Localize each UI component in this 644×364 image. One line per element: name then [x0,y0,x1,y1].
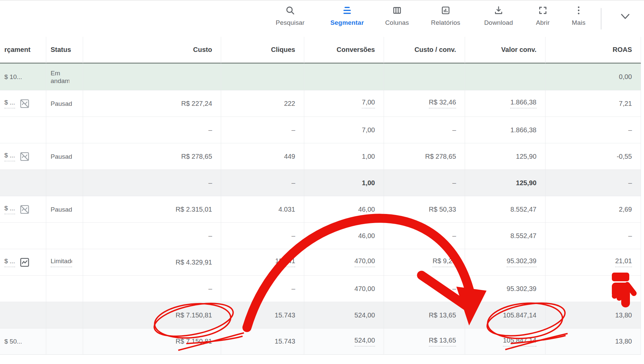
google-ads-campaign-table-screen: PesquisarSegmentarColunasRelatóriosDownl… [0,0,644,364]
table-toolbar: PesquisarSegmentarColunasRelatóriosDownl… [0,1,644,37]
column-header-roas[interactable]: ROAS [545,37,641,64]
toolbar-item-segmentar[interactable]: Segmentar [322,5,372,35]
cell-valor_conv: 8.552,47 [465,196,545,222]
cell-cliques: – [221,117,304,143]
column-header-valor_conv[interactable]: Valor conv. [465,37,545,64]
collapse-table-button[interactable] [616,9,635,25]
cell-custo: R$ 4.329,91 [83,249,221,275]
status-value: andamento [51,77,69,85]
metric-value-custo_conv[interactable]: R$ 13,65 [429,337,456,347]
cell-custo_conv: – [384,117,465,143]
metric-value-cliques: – [292,232,295,240]
cell-status [46,117,83,143]
chart-disabled-icon[interactable] [19,151,30,162]
cell-roas: 13,80 [545,328,641,355]
budget-value[interactable]: $ 10... [4,73,22,81]
toolbar-item-label: Relatórios [431,19,460,26]
cell-conversoes: 1,00 [304,169,384,196]
cell-cliques: – [221,275,304,302]
status-value: Em [51,69,60,77]
metric-value-custo_conv: R$ 13,65 [429,311,456,319]
metric-value-roas: – [628,232,632,240]
cell-roas: 21,01 [545,249,641,275]
cell-orcamento[interactable]: $ ... [0,196,46,222]
metric-value-conversoes: 1,00 [362,153,375,160]
metric-value-custo: – [208,179,212,187]
budget-value[interactable]: $ ... [4,205,15,214]
cell-status[interactable]: Limitado [46,249,83,275]
cell-roas: 2,69 [545,196,641,222]
metric-value-cliques: 15.743 [275,338,295,345]
chart-disabled-icon[interactable] [19,98,30,109]
cell-status[interactable]: Pausada [46,196,83,222]
metric-value-valor_conv[interactable]: 95.302,39 [507,257,536,267]
metric-value-custo_conv[interactable]: R$ 32,46 [429,98,456,108]
cell-status [46,328,83,355]
metric-value-roas[interactable]: 21,01 [615,257,632,267]
metric-value-conversoes: 1,00 [362,179,375,187]
cell-conversoes: 7,00 [304,90,384,117]
cell-status[interactable]: Emandamento [46,64,83,90]
column-header-label: Valor conv. [501,46,536,54]
cell-cliques: – [221,222,304,249]
budget-value[interactable]: $ ... [4,99,15,108]
metric-value-valor_conv[interactable]: 1.866,38 [510,98,536,108]
column-header-custo_conv[interactable]: Custo / conv. [384,37,465,64]
download-icon [493,5,504,16]
metric-value-conversoes: 470,00 [355,285,375,293]
metric-value-conversoes[interactable]: 524,00 [355,337,375,347]
metric-value-custo: R$ 7.150,81 [176,338,212,345]
cell-orcamento[interactable]: $ 10... [0,64,46,90]
column-header-orcamento[interactable]: rçamento [0,37,46,64]
cell-orcamento[interactable]: $ 50... [0,328,46,355]
cell-orcamento[interactable]: $ ... [0,143,46,169]
metric-value-conversoes[interactable]: 7,00 [362,98,375,108]
budget-value[interactable]: $ ... [4,152,15,161]
cell-orcamento [0,169,46,196]
column-header-label: Conversões [337,46,375,54]
column-header-label: Custo [193,46,212,54]
cell-orcamento[interactable]: $ ... [0,249,46,275]
search-icon [284,5,296,16]
toolbar-item-label: Segmentar [330,19,364,26]
toolbar-item-label: Colunas [385,19,409,26]
metric-value-roas: 2,69 [619,206,632,213]
budget-value[interactable]: $ 50... [4,338,22,345]
metric-value-cliques[interactable]: 11.041 [275,257,295,267]
cell-custo_conv: R$ 9,21 [384,249,465,275]
metric-value-valor_conv[interactable]: 105.847,14 [503,337,536,347]
cell-custo_conv: R$ 50,33 [384,196,465,222]
toolbar-item-relatorios[interactable]: Relatórios [421,5,471,35]
cell-custo_conv: – [384,275,465,302]
campaign-metrics-table: rçamentoStatusCustoCliquesConversõesCust… [0,37,641,355]
cell-conversoes: 470,00 [304,275,384,302]
toolbar-item-download[interactable]: Download [473,5,524,35]
column-header-label: rçamento [4,46,30,54]
column-header-status[interactable]: Status [46,37,83,64]
toolbar-item-mais[interactable]: Mais [554,5,604,35]
column-header-custo[interactable]: Custo [83,37,221,64]
column-header-cliques[interactable]: Cliques [221,37,304,64]
metric-value-custo_conv[interactable]: R$ 9,21 [433,257,456,267]
metric-value-roas: 7,21 [619,100,632,107]
budget-value[interactable]: $ ... [4,258,15,267]
metric-value-conversoes[interactable]: 470,00 [355,257,375,267]
chart-active-icon[interactable] [19,257,30,268]
status-value: Pausada [51,153,72,160]
cell-status[interactable]: Pausada [46,90,83,117]
cell-valor_conv: 105.847,14 [465,302,545,328]
chart-disabled-icon[interactable] [19,204,30,215]
cell-orcamento [0,275,46,302]
cell-status[interactable]: Pausada [46,143,83,169]
columns-icon [391,5,403,16]
cell-custo: R$ 2.315,01 [83,196,221,222]
toolbar-item-colunas[interactable]: Colunas [372,5,422,35]
cell-valor_conv: 95.302,39 [465,249,545,275]
metric-value-custo_conv: – [452,179,456,187]
cell-custo_conv: – [384,222,465,249]
column-header-conversoes[interactable]: Conversões [304,37,384,64]
cell-conversoes: 524,00 [304,302,384,328]
metric-value-custo_conv: – [452,126,456,134]
cell-orcamento[interactable]: $ ... [0,90,46,117]
toolbar-item-pesquisar[interactable]: Pesquisar [265,5,315,35]
